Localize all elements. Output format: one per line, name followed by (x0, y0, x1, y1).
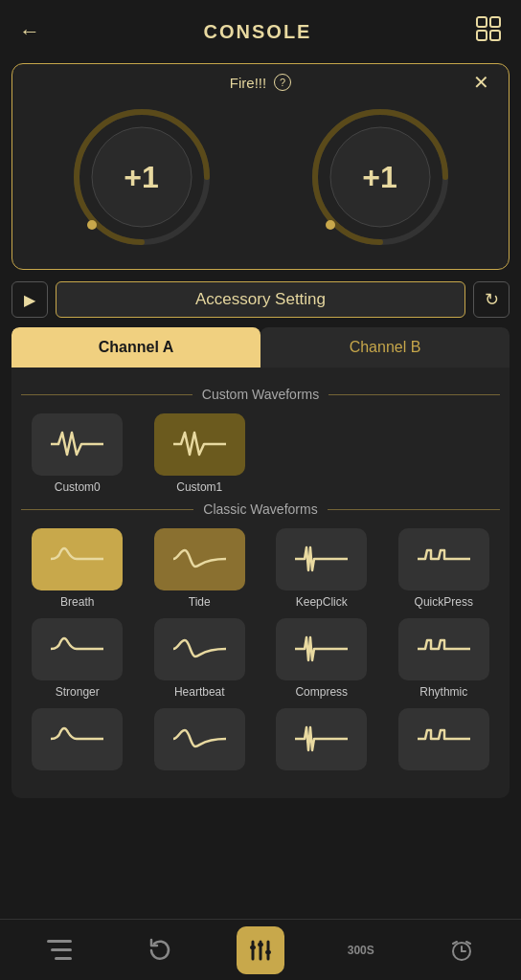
nav-mixer[interactable] (237, 926, 284, 974)
waveform-btn-6[interactable] (276, 618, 367, 680)
waveform-btn-10[interactable] (276, 708, 367, 770)
accessory-bar: ▶ Accessory Setting ↻ (11, 281, 510, 318)
fire-header: Fire!!! ? ✕ (22, 74, 499, 91)
knob-left-value: +1 (124, 160, 158, 195)
waveform-label-4: Stronger (56, 685, 100, 699)
svg-point-9 (326, 220, 335, 230)
waveform-custom0[interactable]: Custom0 (21, 413, 134, 494)
waveform-btn-custom1[interactable] (154, 413, 245, 476)
svg-rect-0 (477, 17, 487, 27)
waveform-btn-4[interactable] (32, 618, 123, 680)
knob-left[interactable]: +1 (65, 100, 218, 254)
waveform-item-5[interactable]: Heartbeat (144, 618, 257, 699)
custom-waveforms-title: Custom Waveforms (202, 387, 319, 402)
channel-tabs: Channel A Channel B (11, 327, 510, 368)
waveform-label-3: QuickPress (415, 595, 473, 609)
classic-waveforms-title: Classic Waveforms (203, 501, 317, 517)
nav-timer-label: 300S (348, 944, 374, 957)
help-icon[interactable]: ? (274, 74, 291, 91)
nav-refresh[interactable] (136, 926, 184, 974)
svg-rect-11 (51, 948, 72, 951)
knob-right-circle[interactable]: +1 (304, 100, 457, 254)
nav-timer[interactable]: 300S (337, 926, 385, 974)
divider-left (21, 394, 193, 395)
svg-rect-2 (477, 31, 487, 40)
waveform-label-6: Compress (295, 685, 348, 699)
waveform-item-1[interactable]: Tide (144, 528, 257, 609)
tab-channel-a[interactable]: Channel A (11, 327, 260, 368)
waveform-item-7[interactable]: Rhythmic (388, 618, 501, 699)
classic-waveforms-grid: Breath Tide KeepClick QuickPress Stronge (21, 528, 500, 775)
svg-rect-10 (47, 940, 72, 943)
knob-section: Fire!!! ? ✕ +1 (11, 63, 510, 270)
waveform-custom1[interactable]: Custom1 (144, 413, 257, 494)
knob-left-circle[interactable]: +1 (65, 100, 218, 254)
custom-waveforms-divider: Custom Waveforms (21, 387, 500, 402)
nav-menu[interactable] (35, 926, 83, 974)
waveform-label-5: Heartbeat (174, 685, 225, 699)
svg-rect-12 (55, 957, 72, 960)
waveform-btn-7[interactable] (398, 618, 489, 680)
waveform-label-custom1: Custom1 (176, 480, 222, 494)
waveform-btn-1[interactable] (154, 528, 245, 590)
waveform-item-4[interactable]: Stronger (21, 618, 134, 699)
fire-label: Fire!!! (230, 75, 266, 91)
play-button[interactable]: ▶ (11, 281, 48, 318)
nav-alarm[interactable] (438, 926, 486, 974)
waveform-item-0[interactable]: Breath (21, 528, 134, 609)
divider-right (328, 394, 500, 395)
accessory-setting-label: Accessory Setting (56, 281, 465, 318)
svg-rect-16 (250, 946, 256, 949)
tab-channel-b[interactable]: Channel B (260, 327, 510, 368)
waveform-item-8[interactable] (21, 708, 134, 775)
custom-waveforms-grid: Custom0 Custom1 (21, 413, 500, 494)
waveform-btn-0[interactable] (32, 528, 123, 590)
waveform-label-7: Rhythmic (419, 685, 467, 699)
header: ← CONSOLE (0, 0, 521, 63)
refresh-button[interactable]: ↻ (473, 281, 510, 318)
classic-waveforms-divider: Classic Waveforms (21, 501, 500, 517)
close-button[interactable]: ✕ (473, 71, 489, 94)
waveform-label-1: Tide (189, 595, 211, 609)
waveform-btn-3[interactable] (398, 528, 489, 590)
divider-left2 (21, 509, 193, 510)
svg-rect-1 (490, 17, 500, 27)
svg-line-23 (466, 942, 470, 944)
waveform-label-0: Breath (60, 595, 94, 609)
waveform-label-2: KeepClick (296, 595, 348, 609)
knob-right[interactable]: +1 (304, 100, 457, 254)
waveform-item-6[interactable]: Compress (265, 618, 378, 699)
page-title: CONSOLE (204, 21, 312, 43)
waveform-item-9[interactable] (144, 708, 257, 775)
back-button[interactable]: ← (19, 19, 40, 44)
waveform-btn-2[interactable] (276, 528, 367, 590)
bottom-nav: 300S (0, 919, 521, 980)
grid-icon[interactable] (475, 15, 502, 48)
svg-rect-3 (490, 31, 500, 40)
svg-rect-18 (265, 950, 271, 954)
waveform-btn-11[interactable] (398, 708, 489, 770)
svg-line-22 (453, 942, 457, 944)
waveform-btn-custom0[interactable] (32, 413, 123, 476)
waveform-label-custom0: Custom0 (55, 480, 101, 494)
waveform-btn-5[interactable] (154, 618, 245, 680)
knobs-row: +1 +1 (22, 100, 499, 254)
waveform-item-11[interactable] (388, 708, 501, 775)
waveform-content: Custom Waveforms Custom0 Custom1 Classic… (11, 368, 510, 798)
waveform-btn-8[interactable] (32, 708, 123, 770)
waveform-item-3[interactable]: QuickPress (388, 528, 501, 609)
svg-rect-17 (258, 943, 263, 947)
waveform-item-10[interactable] (265, 708, 378, 775)
divider-right2 (328, 509, 500, 510)
waveform-item-2[interactable]: KeepClick (265, 528, 378, 609)
svg-point-6 (87, 220, 97, 230)
knob-right-value: +1 (362, 160, 396, 195)
waveform-btn-9[interactable] (154, 708, 245, 770)
